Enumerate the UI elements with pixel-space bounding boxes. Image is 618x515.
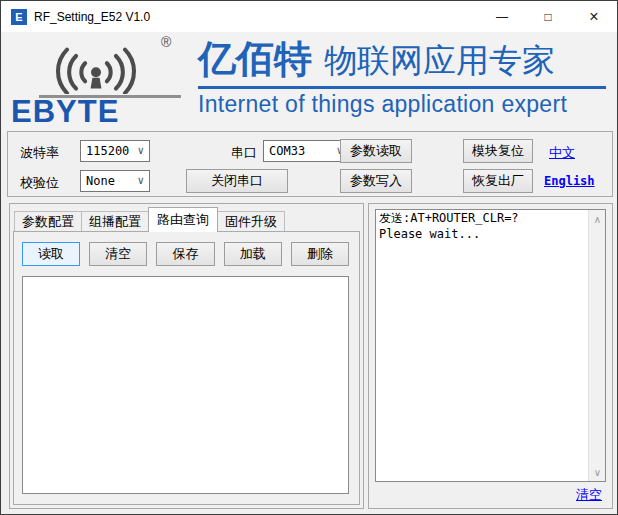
serial-settings-panel: 波特率 115200 ∨ 串口 COM33 ∨ 校验位 None ∨ 关闭串口 … [7,131,613,197]
parity-select[interactable]: None ∨ [80,170,150,192]
baud-rate-value: 115200 [86,144,129,158]
delete-button[interactable]: 删除 [291,242,349,266]
clear-button[interactable]: 清空 [89,242,147,266]
serial-port-select[interactable]: COM33 ∨ [263,140,349,162]
route-actions-row: 读取 清空 保存 加载 删除 [22,242,349,266]
config-groupbox: 参数配置 组播配置 路由查询 固件升级 读取 清空 保存 加载 删除 [9,203,364,509]
route-list[interactable] [22,276,349,494]
factory-reset-button[interactable]: 恢复出厂 [463,169,533,193]
minimize-icon[interactable]: — [479,1,525,32]
read-params-button[interactable]: 参数读取 [340,139,412,163]
serial-port-value: COM33 [269,144,305,158]
tab-strip: 参数配置 组播配置 路由查询 固件升级 [14,207,284,232]
scroll-down-icon[interactable]: ∨ [589,464,606,480]
read-button[interactable]: 读取 [22,242,80,266]
brand-tagline-cn: 物联网应用专家 [324,39,555,84]
brand-underline [198,86,606,89]
route-query-tabpage: 读取 清空 保存 加载 删除 [13,231,360,505]
antenna-icon [35,36,157,94]
ebyte-logo: ® EBYTE [9,34,194,130]
tab-param-config[interactable]: 参数配置 [14,211,82,232]
log-textarea[interactable]: 发送:AT+ROUTER_CLR=?Please wait... ∧ ∨ [375,209,606,482]
log-content: 发送:AT+ROUTER_CLR=?Please wait... [376,210,588,481]
window-controls: — □ × [479,1,617,32]
parity-label: 校验位 [20,174,59,192]
parity-value: None [86,174,115,188]
brand-header: ® EBYTE 亿佰特 物联网应用专家 Internet of things a… [1,32,617,131]
language-english-link[interactable]: English [544,174,595,188]
save-button[interactable]: 保存 [156,242,214,266]
clear-log-link[interactable]: 清空 [576,486,602,504]
tab-multicast-config[interactable]: 组播配置 [81,211,149,232]
chevron-down-icon: ∨ [137,144,144,157]
brand-block: 亿佰特 物联网应用专家 Internet of things applicati… [198,38,611,118]
app-window: E RF_Setting_E52 V1.0 — □ × ® [0,0,618,515]
load-button[interactable]: 加载 [224,242,282,266]
tab-route-query[interactable]: 路由查询 [148,207,218,232]
maximize-icon[interactable]: □ [525,1,571,32]
chevron-down-icon: ∨ [137,174,144,187]
title-bar[interactable]: E RF_Setting_E52 V1.0 — □ × [1,1,617,32]
write-params-button[interactable]: 参数写入 [340,169,412,193]
brand-name-cn: 亿佰特 [198,38,312,82]
close-port-button[interactable]: 关闭串口 [186,169,288,193]
language-chinese-link[interactable]: 中文 [549,144,575,162]
baud-rate-label: 波特率 [20,144,59,162]
log-line: 发送:AT+ROUTER_CLR=? [379,211,519,225]
log-groupbox: 发送:AT+ROUTER_CLR=?Please wait... ∧ ∨ 清空 [368,203,613,509]
brand-tagline-en: Internet of things application expert [198,91,611,118]
scroll-up-icon[interactable]: ∧ [589,211,606,227]
log-line: Please wait... [379,227,480,241]
app-icon: E [11,9,27,25]
logo-text: EBYTE [11,96,119,127]
module-reset-button[interactable]: 模块复位 [463,139,533,163]
serial-port-label: 串口 [231,144,257,162]
registered-mark-icon: ® [161,34,171,50]
window-title: RF_Setting_E52 V1.0 [34,10,150,24]
tab-firmware-upgrade[interactable]: 固件升级 [217,211,285,232]
log-scrollbar[interactable]: ∧ ∨ [588,210,605,481]
baud-rate-select[interactable]: 115200 ∨ [80,140,150,162]
close-icon[interactable]: × [571,1,617,32]
